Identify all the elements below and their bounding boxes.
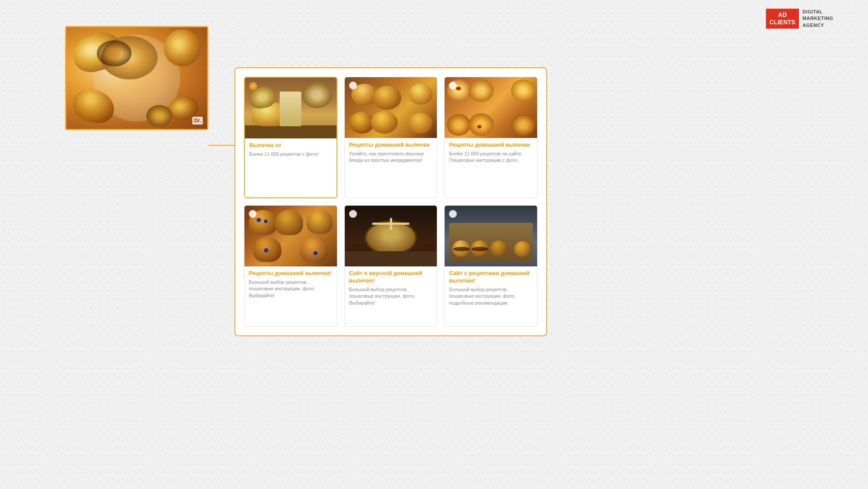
ad-card-dot-card1 [249, 82, 257, 90]
ad-card-title-card5: Сайт о вкусной домашней выпечке! [349, 270, 433, 285]
ad-card-content-card2: Рецепты домашней выпечки Узнайте, как пр… [345, 138, 437, 198]
ad-card-content-card1: Выпечка от Более 11 000 рецептов с фото! [245, 138, 337, 197]
ad-card-image-card4 [244, 206, 337, 266]
dr-logo: Dr. [192, 117, 203, 125]
ad-card-card4[interactable]: Рецепты домашней выпечки! Большой выбор … [244, 205, 337, 327]
ad-card-image-card5 [345, 206, 437, 266]
ad-card-card2[interactable]: Рецепты домашней выпечки Узнайте, как пр… [344, 77, 438, 198]
ad-card-desc-card6: Большой выбор рецептов, пошаговые инстру… [449, 286, 533, 306]
logo-icon: AD CLIENTS [766, 9, 799, 29]
ad-card-title-card2: Рецепты домашней выпечки [349, 141, 433, 149]
featured-image: Dr. [65, 26, 208, 130]
logo-tagline: DIGITAL MARKETING AGENCY [802, 9, 833, 29]
ad-card-title-card1: Выпечка от [249, 142, 332, 149]
ad-card-card3[interactable]: Рецепты домашней выпечки Более 11 000 ре… [444, 77, 538, 198]
ad-card-card6[interactable]: Сайт с рецептами домашней выпечки! Больш… [444, 205, 538, 327]
ad-card-image-card3 [445, 77, 537, 138]
ad-card-dot-card4 [249, 210, 257, 218]
ad-card-card5[interactable]: Сайт о вкусной домашней выпечке! Большой… [344, 205, 438, 327]
ad-card-content-card6: Сайт с рецептами домашней выпечки! Больш… [445, 266, 537, 326]
ad-card-image-card2 [345, 77, 437, 138]
ad-card-content-card5: Сайт о вкусной домашней выпечке! Большой… [345, 266, 437, 326]
ad-card-title-card6: Сайт с рецептами домашней выпечки! [449, 270, 533, 285]
logo-area: AD CLIENTS DIGITAL MARKETING AGENCY [766, 9, 833, 29]
ad-card-desc-card2: Узнайте, как приготовить вкусные блюда и… [349, 151, 433, 164]
ad-card-desc-card3: Более 11 000 рецептов на сайте. Пошаговы… [449, 151, 533, 164]
ad-card-card1[interactable]: Выпечка от Более 11 000 рецептов с фото! [244, 77, 337, 198]
ad-card-content-card4: Рецепты домашней выпечки! Большой выбор … [244, 266, 337, 326]
logo-ad: AD [769, 11, 795, 19]
ad-card-image-card1 [245, 78, 337, 138]
ad-card-desc-card5: Большой выбор рецептов, пошаговые инстру… [349, 286, 433, 306]
ad-card-dot-card2 [349, 82, 357, 89]
ad-card-title-card3: Рецепты домашней выпечки [449, 141, 533, 149]
ad-card-content-card3: Рецепты домашней выпечки Более 11 000 ре… [445, 138, 537, 198]
ad-card-desc-card1: Более 11 000 рецептов с фото! [249, 151, 332, 158]
ad-card-image-card6 [445, 206, 537, 266]
ad-card-dot-card5 [349, 210, 357, 218]
ad-panel: Выпечка от Более 11 000 рецептов с фото!… [234, 67, 547, 336]
ad-card-title-card4: Рецепты домашней выпечки! [249, 270, 333, 277]
ad-card-desc-card4: Большой выбор рецептов, пошаговые инстру… [249, 279, 333, 299]
logo-clients: CLIENTS [769, 19, 795, 26]
